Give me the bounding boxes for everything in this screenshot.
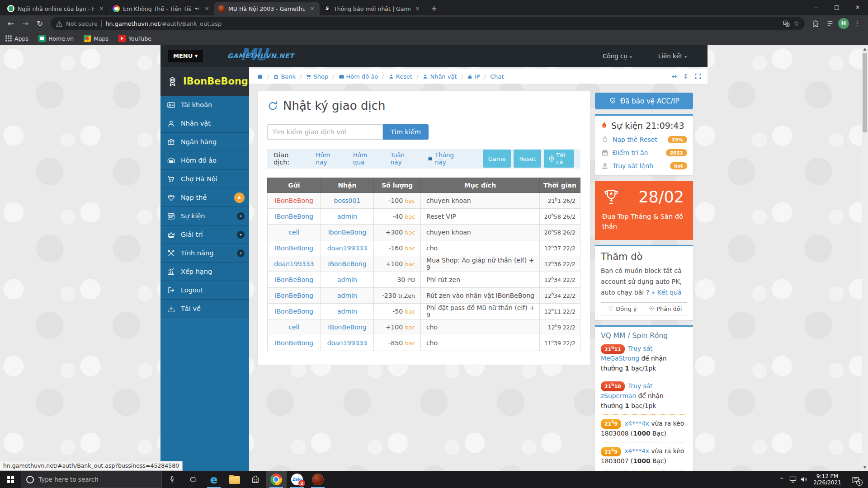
scrollbar-thumb[interactable] [863, 53, 867, 132]
bookmark-maps[interactable]: Maps [84, 35, 108, 42]
sender-link[interactable]: IBonBeBong [275, 339, 313, 347]
filter-today[interactable]: Hôm nay [316, 151, 341, 166]
event-banner[interactable]: 28/02 Đua Top Tháng & Săn đồ thần [595, 181, 693, 240]
breadcrumb-bank[interactable]: Bank [273, 73, 296, 80]
minimize-button[interactable]: ─ [806, 0, 826, 15]
receiver-link[interactable]: admin [337, 292, 357, 299]
tab-mu-hanoi-active[interactable]: MU Hà Nội 2003 - GamethuVN.n × [214, 2, 320, 15]
sidebar-item-logout[interactable]: Logout [160, 281, 249, 300]
address-bar[interactable]: Not secure hn.gamethuvn.net/#auth/Bank_o… [51, 17, 805, 30]
bookmark-youtube[interactable]: YouTube [118, 35, 151, 42]
breadcrumb-nhan-vat[interactable]: Nhân vật [422, 73, 457, 80]
receiver-link[interactable]: admin [337, 308, 357, 315]
browser-menu-icon[interactable]: ⋮ [851, 19, 863, 28]
tab-close-icon[interactable]: × [308, 5, 316, 13]
bookmark-homevn[interactable]: Home.vn [38, 35, 74, 42]
poll-result-link[interactable]: » Kết quả [651, 289, 682, 296]
sender-link[interactable]: IBonBeBong [275, 276, 313, 283]
taskbar-search[interactable]: Type here to search [21, 471, 162, 488]
sidebar-item-xep-hang[interactable]: Xếp hạng [160, 263, 249, 281]
taskbar-edge[interactable]: e [203, 471, 224, 488]
bookmark-star-icon[interactable]: ☆ [793, 19, 799, 28]
poll-disagree-button[interactable]: ♡Phản đối [644, 302, 687, 315]
receiver-link[interactable]: admin [337, 213, 357, 220]
acc-protect-button[interactable]: Đã bảo vệ ACC/IP [595, 93, 693, 109]
network-icon[interactable] [788, 475, 797, 483]
back-button[interactable]: ← [5, 19, 17, 28]
mic-button[interactable] [162, 471, 183, 488]
event-link[interactable]: Truy sát lệnh [613, 162, 653, 169]
taskbar-file-explorer[interactable] [224, 471, 245, 488]
sidebar-item-ngan-hang[interactable]: Ngân hàng [160, 133, 249, 151]
breadcrumb-ip[interactable]: IP [467, 73, 480, 80]
breadcrumb-chat[interactable]: Chat [490, 73, 504, 80]
receiver-link[interactable]: boss001 [334, 197, 361, 204]
scroll-down-icon[interactable]: ▼ [862, 465, 868, 469]
taskbar-chrome[interactable] [266, 471, 287, 488]
sidebar-item-nap-the[interactable]: Nạp thẻ ★ [160, 188, 249, 207]
receiver-link[interactable]: doan199333 [327, 339, 367, 347]
tab-music[interactable]: Em Không Thể - Tiên Tiên, To × [109, 2, 214, 15]
sidebar-item-hom-do-ao[interactable]: Hòm đồ ảo [160, 151, 249, 170]
sidebar-item-su-kien[interactable]: Sự kiện ▾ [160, 207, 249, 225]
filter-yesterday[interactable]: Hôm qua [353, 151, 379, 166]
reload-button[interactable]: ↻ [33, 19, 46, 28]
tab-close-icon[interactable]: × [414, 5, 421, 13]
sidebar-item-tai-khoan[interactable]: Tài khoản [160, 96, 249, 114]
breadcrumb-home[interactable] [257, 74, 263, 80]
sender-link[interactable]: cell [288, 229, 299, 236]
resize-horizontal-icon[interactable]: ↔ [672, 73, 677, 80]
sender-link[interactable]: doan199333 [274, 260, 314, 267]
action-center-icon[interactable]: 1 [846, 475, 864, 484]
breadcrumb-reset[interactable]: Reset [388, 73, 412, 80]
poll-agree-button[interactable]: ♡Đồng ý [601, 302, 644, 315]
sender-link[interactable]: IBonBeBong [275, 308, 313, 315]
search-button[interactable]: Tìm kiếm [383, 124, 429, 140]
fullscreen-icon[interactable] [695, 73, 701, 80]
receiver-link[interactable]: IBonBeBong [328, 324, 366, 331]
filter-game-button[interactable]: Game [483, 150, 511, 168]
filter-reset-button[interactable]: Reset [514, 150, 541, 168]
event-link[interactable]: Điểm tri ân [613, 149, 648, 156]
site-logo[interactable]: MU GAMETHUVN.NET [227, 46, 295, 66]
forward-button[interactable]: → [19, 19, 32, 28]
filter-all-button[interactable]: ?Tất cả [544, 150, 574, 168]
taskbar-zalo[interactable]: Zalo2 [287, 471, 307, 488]
feed-player-link[interactable]: x4***4x [624, 420, 649, 427]
extensions-puzzle-icon[interactable] [809, 20, 822, 28]
scroll-up-icon[interactable]: ▲ [862, 47, 868, 51]
links-menu[interactable]: Liên kết▾ [658, 52, 687, 60]
profile-avatar[interactable]: H [838, 18, 849, 29]
close-window-button[interactable]: × [847, 0, 868, 15]
tray-expand-icon[interactable]: ^ [777, 477, 787, 482]
volume-icon[interactable] [799, 475, 808, 483]
receiver-link[interactable]: IBonBeBong [328, 260, 366, 267]
scrollbar[interactable]: ▲ ▼ [862, 45, 868, 471]
sender-link[interactable]: IBonBeBong [275, 213, 313, 220]
tools-menu[interactable]: Công cụ▾ [603, 52, 632, 60]
bookmark-apps[interactable]: Apps [5, 35, 28, 42]
reading-list-icon[interactable] [824, 20, 836, 27]
sidebar-item-tai-ve[interactable]: Tải về [160, 300, 249, 318]
sender-link[interactable]: cell [288, 324, 299, 331]
filter-this-month[interactable]: Tháng này [428, 151, 465, 166]
feed-player-link[interactable]: x4***4x [624, 447, 649, 455]
taskbar-clock[interactable]: 9:12 PM2/26/2021 [810, 473, 844, 486]
sidebar-item-giai-tri[interactable]: Giải trí ▾ [160, 225, 249, 244]
sidebar-item-nhan-vat[interactable]: Nhân vật [160, 114, 249, 133]
new-tab-button[interactable]: + [428, 3, 440, 15]
tab-close-icon[interactable]: × [203, 5, 211, 13]
sender-link[interactable]: IBonBeBong [275, 292, 313, 299]
filter-this-week[interactable]: Tuần này [391, 151, 416, 166]
tab-news[interactable]: S Thông báo mới nhất | Game thủ × [320, 2, 425, 15]
search-input[interactable] [267, 124, 383, 140]
task-view-button[interactable] [183, 471, 203, 488]
event-link[interactable]: Nạp thẻ Reset [613, 136, 657, 143]
taskbar-store[interactable] [245, 471, 266, 488]
receiver-link[interactable]: doan199333 [327, 244, 367, 252]
sidebar-item-tinh-nang[interactable]: Tính năng ▾ [160, 244, 249, 263]
start-button[interactable] [0, 471, 21, 488]
sender-link[interactable]: IBonBeBong [275, 244, 313, 252]
sidebar-item-cho-ha-noi[interactable]: Chợ Hà Nội [160, 170, 249, 188]
translate-icon[interactable]: A [783, 20, 790, 27]
